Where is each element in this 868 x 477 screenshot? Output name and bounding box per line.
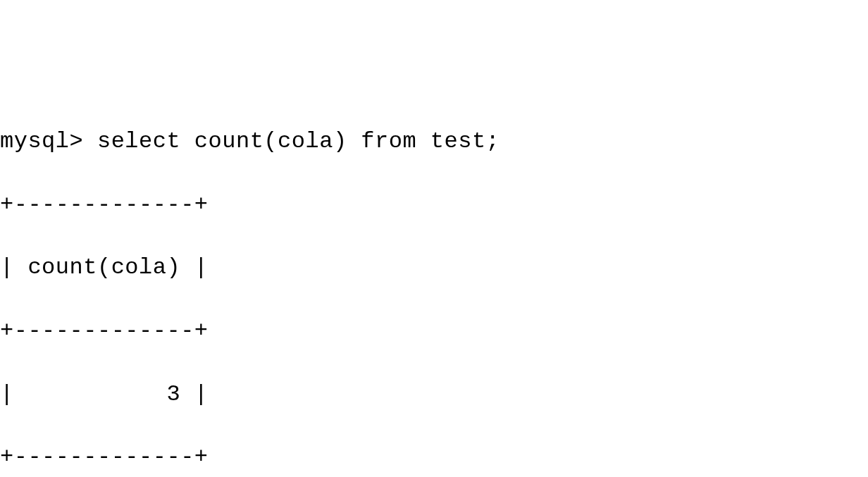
terminal-line: +-------------+ — [0, 190, 868, 221]
terminal-line: +-------------+ — [0, 442, 868, 473]
terminal-line: +-------------+ — [0, 316, 868, 347]
terminal-line: mysql> select count(cola) from test; — [0, 126, 868, 158]
terminal-line: | 3 | — [0, 379, 868, 411]
mysql-terminal[interactable]: mysql> select count(cola) from test; +--… — [0, 94, 868, 477]
terminal-line: | count(cola) | — [0, 252, 868, 284]
